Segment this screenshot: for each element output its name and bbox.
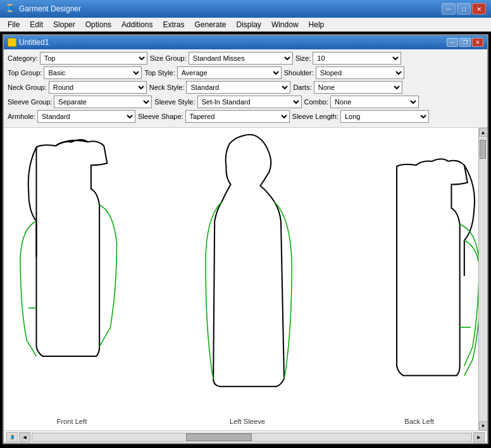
sleeve-shape-select[interactable]: TaperedStraightBell	[185, 110, 290, 123]
sleeve-length-group: Sleeve Length: Long3/4ShortCapSleeveless	[292, 110, 429, 123]
neck-style-select[interactable]: StandardDeepHigh	[186, 81, 290, 94]
combo-group: Combo: NoneJacketCoat	[304, 96, 420, 108]
control-row-1: Category: TopBottomDress Size Group: Sta…	[8, 52, 483, 65]
main-window: Untitled1 ─ ❐ ✕ Category: TopBottomDress…	[3, 34, 488, 444]
left-sleeve-piece	[206, 135, 292, 387]
canvas-wrapper: Front Left Left Sleeve Back Left ▲ ▼	[4, 128, 487, 430]
maximize-button[interactable]: □	[457, 3, 471, 15]
size-group-group: Size Group: Standard MissesPetitePlus	[150, 52, 293, 65]
category-label: Category:	[8, 54, 38, 62]
app-icon: 🧵	[5, 4, 15, 14]
minimize-button[interactable]: ─	[442, 3, 456, 15]
menu-display[interactable]: Display	[232, 18, 266, 31]
sleeve-shape-group: Sleeve Shape: TaperedStraightBell	[138, 110, 290, 123]
armhole-group: Armhole: StandardLargeSmall	[8, 110, 135, 123]
size-group-label: Size Group:	[150, 54, 187, 62]
top-group-group: Top Group: BasicFittedLoose	[8, 66, 142, 79]
armhole-select[interactable]: StandardLargeSmall	[37, 110, 135, 123]
window-title: Untitled1	[19, 38, 49, 47]
menu-additions[interactable]: Additions	[116, 18, 158, 31]
sleeve-shape-label: Sleeve Shape:	[138, 113, 183, 120]
vertical-scrollbar: ▲ ▼	[478, 128, 487, 430]
back-left-piece	[397, 159, 480, 375]
size-select[interactable]: 1068121416	[313, 52, 401, 65]
window-buttons: ─ ❐ ✕	[447, 38, 483, 47]
sleeve-group-label: Sleeve Group:	[8, 98, 52, 106]
h-scroll-thumb[interactable]	[186, 433, 252, 441]
window-restore-button[interactable]: ❐	[459, 38, 471, 47]
front-left-label: Front Left	[56, 418, 87, 425]
neck-group-select[interactable]: RoundV-NeckSquare	[49, 81, 147, 94]
menu-sloper[interactable]: Sloper	[48, 18, 80, 31]
menu-generate[interactable]: Generate	[189, 18, 231, 31]
app-title: Garment Designer	[19, 4, 442, 13]
shoulder-label: Shoulder:	[284, 69, 314, 77]
neck-group-group: Neck Group: RoundV-NeckSquare	[8, 81, 147, 94]
combo-select[interactable]: NoneJacketCoat	[330, 96, 419, 108]
menu-extras[interactable]: Extras	[158, 18, 189, 31]
category-group: Category: TopBottomDress	[8, 52, 147, 65]
sleeve-length-label: Sleeve Length:	[292, 113, 339, 120]
control-row-5: Armhole: StandardLargeSmall Sleeve Shape…	[8, 110, 483, 123]
darts-group: Darts: NoneWaistBust	[293, 81, 402, 94]
close-button[interactable]: ✕	[472, 3, 486, 15]
sleeve-style-group: Sleeve Style: Set-In StandardSet-In Fitt…	[154, 96, 301, 108]
scroll-right-button[interactable]: ►	[473, 432, 485, 442]
left-sleeve-label: Left Sleeve	[230, 418, 265, 425]
size-group: Size: 1068121416	[295, 52, 401, 65]
scroll-down-button[interactable]: ▼	[479, 421, 488, 430]
shoulder-group: Shoulder: SlopedStraightExtended	[284, 66, 404, 79]
size-label: Size:	[295, 54, 311, 62]
bottom-bar: 🧵 ◄ ►	[4, 430, 487, 443]
sleeve-group-select[interactable]: SeparateSet-InRaglan	[54, 96, 152, 108]
size-group-select[interactable]: Standard MissesPetitePlus	[189, 52, 293, 65]
window-close-button[interactable]: ✕	[472, 38, 483, 47]
control-row-2: Top Group: BasicFittedLoose Top Style: A…	[8, 66, 483, 79]
scroll-up-button[interactable]: ▲	[479, 128, 488, 137]
neck-style-label: Neck Style:	[149, 84, 185, 91]
top-style-label: Top Style:	[144, 69, 175, 77]
menu-window[interactable]: Window	[266, 18, 304, 31]
horizontal-scrollbar	[32, 433, 472, 442]
menu-options[interactable]: Options	[80, 18, 116, 31]
window-minimize-button[interactable]: ─	[447, 38, 458, 47]
sleeve-style-select[interactable]: Set-In StandardSet-In Fitted	[197, 96, 302, 108]
scroll-left-button[interactable]: ◄	[19, 432, 30, 442]
main-content: Category: TopBottomDress Size Group: Sta…	[4, 49, 487, 443]
shoulder-select[interactable]: SlopedStraightExtended	[316, 66, 404, 79]
titlebar-buttons: ─ □ ✕	[442, 3, 486, 15]
top-style-select[interactable]: AverageFittedLoose	[177, 66, 282, 79]
category-select[interactable]: TopBottomDress	[40, 52, 147, 65]
window-icon	[8, 38, 16, 47]
menu-bar: File Edit Sloper Options Additions Extra…	[0, 18, 491, 32]
darts-select[interactable]: NoneWaistBust	[314, 81, 402, 94]
top-style-group: Top Style: AverageFittedLoose	[144, 66, 281, 79]
controls-panel: Category: TopBottomDress Size Group: Sta…	[4, 49, 487, 128]
menu-edit[interactable]: Edit	[25, 18, 48, 31]
combo-label: Combo:	[304, 98, 329, 106]
title-bar: 🧵 Garment Designer ─ □ ✕	[0, 0, 491, 18]
back-left-label: Back Left	[404, 418, 434, 425]
scroll-track	[479, 137, 487, 421]
armhole-label: Armhole:	[8, 113, 35, 120]
menu-help[interactable]: Help	[304, 18, 330, 31]
top-group-select[interactable]: BasicFittedLoose	[44, 66, 142, 79]
menu-file[interactable]: File	[3, 18, 25, 31]
sleeve-group-group: Sleeve Group: SeparateSet-InRaglan	[8, 96, 152, 108]
garment-canvas: Front Left Left Sleeve Back Left	[4, 128, 487, 430]
control-row-3: Neck Group: RoundV-NeckSquare Neck Style…	[8, 81, 483, 94]
neck-group-label: Neck Group:	[8, 84, 47, 91]
window-titlebar: Untitled1 ─ ❐ ✕	[4, 35, 487, 49]
sleeve-style-label: Sleeve Style:	[154, 98, 195, 106]
control-row-4: Sleeve Group: SeparateSet-InRaglan Sleev…	[8, 96, 483, 108]
top-group-label: Top Group:	[8, 69, 42, 77]
scroll-thumb[interactable]	[480, 140, 486, 159]
bottom-icon-button[interactable]: 🧵	[6, 432, 18, 442]
darts-label: Darts:	[293, 84, 311, 91]
front-left-piece	[20, 140, 117, 356]
sleeve-length-select[interactable]: Long3/4ShortCapSleeveless	[340, 110, 429, 123]
neck-style-group: Neck Style: StandardDeepHigh	[149, 81, 291, 94]
